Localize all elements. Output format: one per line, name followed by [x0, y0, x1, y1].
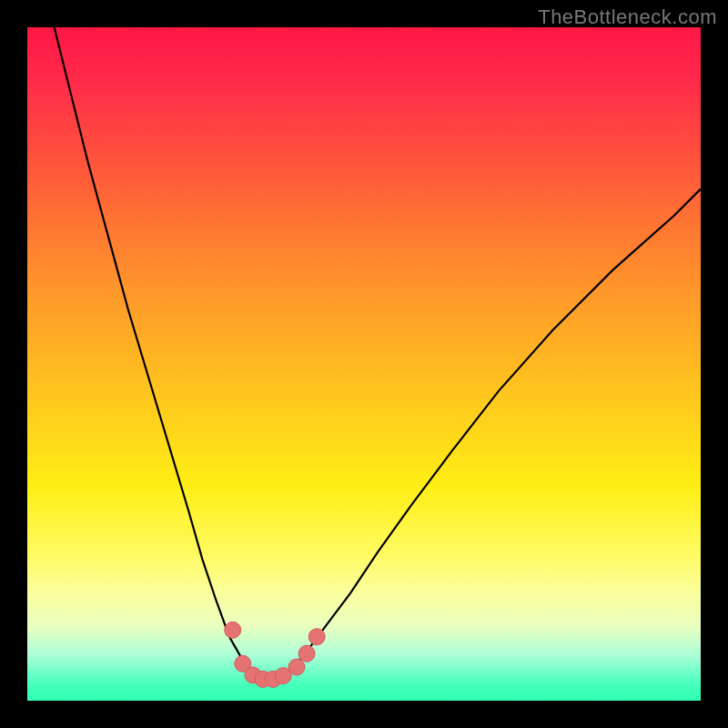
watermark-text: TheBottleneck.com [538, 5, 717, 29]
curve-marker [298, 645, 315, 662]
bottleneck-chart [27, 27, 701, 701]
curve-marker [288, 659, 305, 675]
curve-marker [308, 629, 325, 645]
curve-line [55, 27, 701, 681]
curve-marker [225, 622, 241, 638]
